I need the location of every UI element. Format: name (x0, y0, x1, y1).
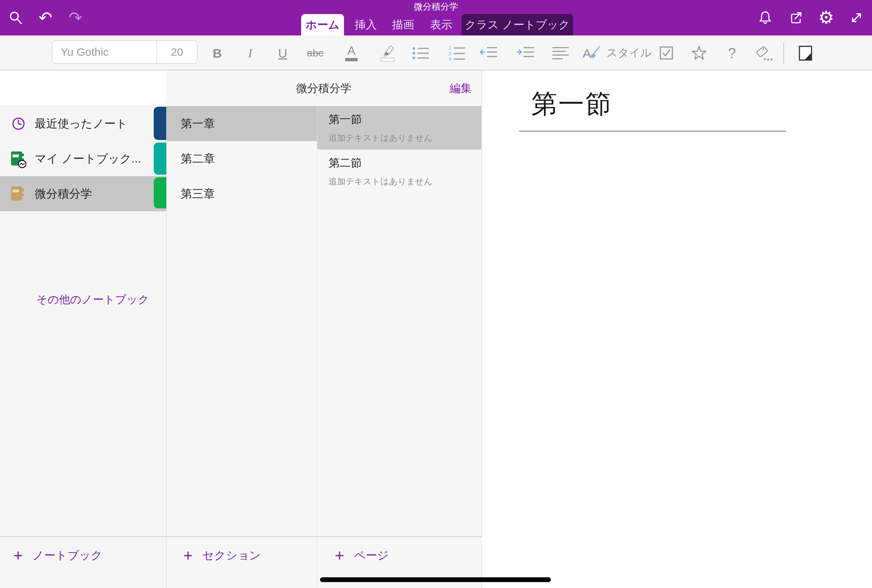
tags-button[interactable] (751, 36, 777, 70)
page-item-1[interactable]: 第一節 追加テキストはありません (317, 106, 482, 150)
section-item-3[interactable]: 第三章 (167, 176, 317, 211)
font-name-field[interactable]: Yu Gothic (53, 41, 156, 63)
sidebar-header-card (0, 70, 166, 105)
formatting-toolbar: Yu Gothic 20 B I U abc A (0, 36, 872, 70)
indent-button[interactable] (512, 36, 539, 70)
notebooks-sidebar: 最近使ったノート マイ ノートブック... (0, 70, 166, 588)
notebook-icon-tan (11, 185, 27, 203)
styles-brush-icon: A (582, 44, 601, 62)
bullet-list-button[interactable] (408, 36, 434, 70)
svg-text:A: A (583, 46, 591, 60)
font-color-button[interactable]: A (338, 36, 365, 70)
sidebar-item-my-notebook[interactable]: マイ ノートブック... (0, 141, 166, 176)
sidebar-item-recent-notes[interactable]: 最近使ったノート (0, 106, 166, 141)
notebook-color-tab-green[interactable] (154, 177, 166, 208)
font-size-field[interactable]: 20 (156, 41, 197, 63)
sections-column: 第一章 第二章 第三章 + セクション (166, 70, 317, 588)
page-title: 第二節 (329, 156, 482, 171)
highlighter-button[interactable] (374, 36, 401, 70)
notebook-icon-green (11, 150, 27, 168)
notebook-color-tab-teal[interactable] (154, 142, 166, 175)
pages-column: 第一節 追加テキストはありません 第二節 追加テキストはありません + ページ (317, 70, 482, 588)
tab-home[interactable]: ホーム (301, 14, 344, 36)
underline-button[interactable]: U (269, 36, 296, 70)
fullscreen-expand-icon[interactable] (847, 8, 866, 27)
plus-icon: + (183, 546, 193, 565)
alignment-button[interactable] (547, 36, 574, 70)
outdent-button[interactable] (476, 36, 502, 70)
notebook-list-header: 微分積分学 編集 (166, 70, 482, 106)
bold-button[interactable]: B (204, 36, 231, 70)
add-notebook-button[interactable]: + ノートブック (0, 536, 166, 588)
tab-view[interactable]: 表示 (425, 14, 458, 36)
toolbar-divider (783, 43, 784, 63)
share-icon[interactable] (786, 8, 806, 27)
sidebar-item-label: 最近使ったノート (35, 116, 128, 132)
sidebar-item-label: 微分積分学 (35, 186, 92, 202)
star-tag-button[interactable] (686, 36, 712, 70)
tab-class-notebook[interactable]: クラス ノートブック (461, 14, 573, 36)
notebook-header-title: 微分積分学 (166, 70, 482, 106)
section-item-2[interactable]: 第二章 (167, 141, 317, 176)
svg-text:1: 1 (449, 45, 451, 51)
numbered-list-button[interactable]: 123 (444, 36, 470, 70)
tab-draw[interactable]: 描画 (386, 14, 420, 36)
notifications-bell-icon[interactable] (756, 8, 775, 27)
font-color-swatch (345, 58, 358, 61)
strikethrough-button[interactable]: abc (302, 36, 329, 70)
font-picker[interactable]: Yu Gothic 20 (52, 40, 198, 64)
add-section-button[interactable]: + セクション (167, 536, 317, 588)
note-editor-canvas[interactable]: 第一節 (482, 70, 872, 588)
page-title: 第一節 (329, 112, 482, 127)
styles-button[interactable]: A スタイル (582, 36, 652, 70)
top-app-bar: 微分積分学 ↶ ↷ ホーム 挿入 描画 表示 クラス ノートブック ⚙ (0, 0, 872, 36)
note-page-title[interactable]: 第一節 (531, 87, 612, 122)
tab-insert[interactable]: 挿入 (349, 14, 383, 36)
sidebar-item-calculus[interactable]: 微分積分学 (0, 176, 166, 211)
clock-icon (11, 115, 27, 133)
svg-text:2: 2 (449, 51, 451, 56)
plus-icon: + (335, 546, 344, 565)
plus-icon: + (13, 546, 23, 565)
highlight-color-swatch (381, 58, 395, 62)
notebook-color-tab-blue[interactable] (154, 107, 166, 140)
section-item-1[interactable]: 第一章 (167, 106, 317, 141)
undo-icon[interactable]: ↶ (36, 8, 55, 27)
window-title: 微分積分学 (0, 1, 872, 12)
redo-icon[interactable]: ↷ (66, 8, 85, 27)
todo-checkbox-button[interactable] (653, 36, 680, 70)
edit-button[interactable]: 編集 (450, 70, 472, 106)
home-indicator-bar[interactable] (320, 577, 551, 582)
svg-text:3: 3 (449, 56, 451, 61)
italic-button[interactable]: I (237, 36, 263, 70)
page-color-button[interactable] (792, 36, 819, 70)
question-tag-button[interactable]: ? (719, 36, 745, 70)
settings-gear-icon[interactable]: ⚙ (816, 8, 836, 27)
sidebar-item-label: マイ ノートブック... (35, 151, 141, 166)
page-subtitle: 追加テキストはありません (329, 132, 482, 144)
highlighter-icon (380, 44, 396, 57)
search-icon[interactable] (6, 8, 26, 27)
sync-status-icon (18, 159, 27, 168)
page-subtitle: 追加テキストはありません (329, 176, 482, 187)
onenote-app-window: 微分積分学 ↶ ↷ ホーム 挿入 描画 表示 クラス ノートブック ⚙ Yu G (0, 0, 872, 588)
title-underline-rule (519, 131, 786, 132)
more-notebooks-link[interactable]: その他のノートブック (36, 292, 149, 307)
page-item-2[interactable]: 第二節 追加テキストはありません (317, 150, 482, 193)
